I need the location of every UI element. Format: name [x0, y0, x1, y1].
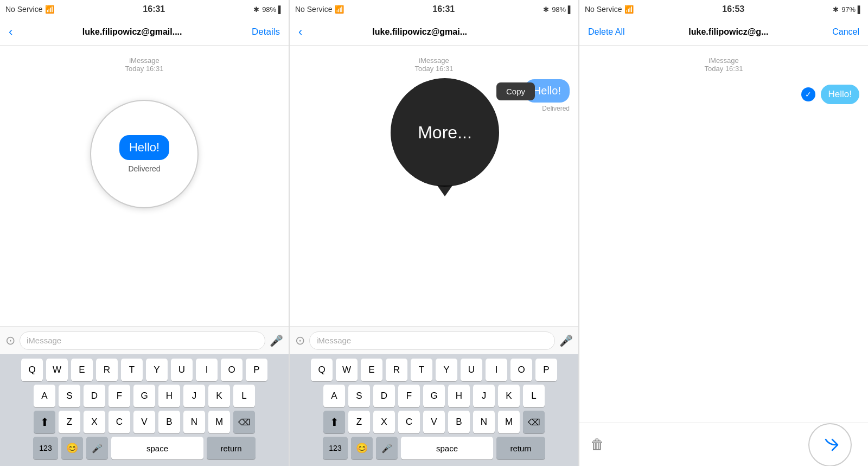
- key-f-2[interactable]: F: [398, 385, 420, 407]
- key-l-2[interactable]: L: [523, 385, 545, 407]
- key-h-1[interactable]: H: [158, 385, 180, 407]
- key-z-1[interactable]: Z: [59, 411, 80, 433]
- bluetooth-icon-3: ✱: [833, 5, 839, 14]
- key-w-2[interactable]: W: [336, 359, 358, 381]
- key-j-2[interactable]: J: [473, 385, 495, 407]
- key-e-1[interactable]: E: [71, 359, 93, 381]
- chevron-left-icon-2: ‹: [298, 25, 302, 39]
- key-return-2[interactable]: return: [496, 437, 545, 459]
- trash-icon-3[interactable]: 🗑: [590, 436, 604, 453]
- mic-icon-2[interactable]: 🎤: [559, 334, 573, 347]
- key-w-1[interactable]: W: [46, 359, 68, 381]
- key-emoji-2[interactable]: 😊: [351, 437, 373, 459]
- key-t-1[interactable]: T: [121, 359, 143, 381]
- wifi-icon-1: 📶: [45, 5, 54, 14]
- key-emoji-1[interactable]: 😊: [61, 437, 83, 459]
- key-c-1[interactable]: C: [108, 411, 130, 433]
- cancel-button-3[interactable]: Cancel: [832, 27, 859, 37]
- key-o-1[interactable]: O: [221, 359, 242, 381]
- checkmark-icon-3: ✓: [805, 90, 812, 99]
- key-shift-2[interactable]: ⬆: [323, 411, 345, 433]
- message-input-2[interactable]: iMessage: [309, 331, 555, 350]
- key-y-1[interactable]: Y: [146, 359, 168, 381]
- key-a-1[interactable]: A: [34, 385, 55, 407]
- key-q-2[interactable]: Q: [311, 359, 333, 381]
- key-i-1[interactable]: I: [196, 359, 218, 381]
- key-s-1[interactable]: S: [59, 385, 80, 407]
- key-shift-1[interactable]: ⬆: [34, 411, 55, 433]
- more-circle-2[interactable]: More...: [391, 78, 499, 187]
- key-r-1[interactable]: R: [96, 359, 118, 381]
- more-balloon-2: More...: [391, 78, 499, 187]
- keyboard-2: Q W E R T Y U I O P A S D F G H J K L ⬆ …: [290, 354, 578, 466]
- key-x-2[interactable]: X: [373, 411, 395, 433]
- key-a-2[interactable]: A: [323, 385, 345, 407]
- key-j-1[interactable]: J: [183, 385, 205, 407]
- key-123-1[interactable]: 123: [33, 437, 58, 459]
- key-space-1[interactable]: space: [111, 437, 203, 459]
- nav-bar-2: ‹ luke.filipowicz@gmai...: [290, 18, 578, 46]
- key-l-1[interactable]: L: [233, 385, 255, 407]
- key-m-2[interactable]: M: [498, 411, 520, 433]
- key-n-1[interactable]: N: [183, 411, 205, 433]
- more-label-2: More...: [418, 123, 472, 143]
- details-button-1[interactable]: Details: [252, 27, 280, 37]
- key-y-2[interactable]: Y: [436, 359, 457, 381]
- key-o-2[interactable]: O: [510, 359, 532, 381]
- key-mic-2[interactable]: 🎤: [376, 437, 398, 459]
- select-check-3[interactable]: ✓: [801, 87, 815, 101]
- key-x-1[interactable]: X: [84, 411, 105, 433]
- bubble-3[interactable]: Hello!: [821, 85, 859, 104]
- key-m-1[interactable]: M: [208, 411, 230, 433]
- key-g-1[interactable]: G: [133, 385, 155, 407]
- panel-2: No Service 📶 16:31 ✱ 98% ▌ ‹ luke.filipo…: [290, 0, 579, 466]
- copy-button-2[interactable]: Copy: [496, 82, 535, 100]
- context-menu-2: Copy: [496, 82, 535, 100]
- back-button-1[interactable]: ‹: [9, 25, 12, 39]
- spacer-3: [579, 242, 868, 423]
- key-p-2[interactable]: P: [535, 359, 557, 381]
- camera-icon-2[interactable]: ⊙: [295, 334, 305, 348]
- key-v-2[interactable]: V: [423, 411, 445, 433]
- key-p-1[interactable]: P: [246, 359, 267, 381]
- key-row-3-1: ⬆ Z X C V B N M ⌫: [2, 411, 286, 433]
- key-return-1[interactable]: return: [207, 437, 256, 459]
- key-f-1[interactable]: F: [108, 385, 130, 407]
- key-space-2[interactable]: space: [401, 437, 493, 459]
- key-i-2[interactable]: I: [486, 359, 507, 381]
- key-mic-1[interactable]: 🎤: [86, 437, 108, 459]
- key-n-2[interactable]: N: [473, 411, 495, 433]
- key-z-2[interactable]: Z: [348, 411, 370, 433]
- key-d-1[interactable]: D: [84, 385, 105, 407]
- key-delete-1[interactable]: ⌫: [233, 411, 255, 433]
- nav-title-2: luke.filipowicz@gmai...: [372, 27, 467, 37]
- key-u-1[interactable]: U: [171, 359, 193, 381]
- key-k-2[interactable]: K: [498, 385, 520, 407]
- key-k-1[interactable]: K: [208, 385, 230, 407]
- mic-icon-1[interactable]: 🎤: [270, 334, 283, 347]
- forward-circle-3[interactable]: [808, 423, 852, 467]
- status-left-3: No Service 📶: [585, 5, 634, 14]
- key-b-2[interactable]: B: [448, 411, 470, 433]
- key-t-2[interactable]: T: [411, 359, 432, 381]
- key-g-2[interactable]: G: [423, 385, 445, 407]
- delete-all-button-3[interactable]: Delete All: [588, 27, 625, 37]
- key-123-2[interactable]: 123: [323, 437, 348, 459]
- key-s-2[interactable]: S: [348, 385, 370, 407]
- key-v-1[interactable]: V: [133, 411, 155, 433]
- key-u-2[interactable]: U: [461, 359, 482, 381]
- status-right-3: ✱ 97% ▌: [833, 5, 863, 14]
- input-bar-2: ⊙ iMessage 🎤: [290, 326, 578, 354]
- key-r-2[interactable]: R: [386, 359, 407, 381]
- camera-icon-1[interactable]: ⊙: [5, 334, 15, 348]
- back-button-2[interactable]: ‹: [298, 25, 302, 39]
- key-h-2[interactable]: H: [448, 385, 470, 407]
- battery-label-3: 97% ▌: [841, 5, 863, 14]
- key-d-2[interactable]: D: [373, 385, 395, 407]
- key-c-2[interactable]: C: [398, 411, 420, 433]
- key-q-1[interactable]: Q: [21, 359, 43, 381]
- key-delete-2[interactable]: ⌫: [523, 411, 545, 433]
- key-e-2[interactable]: E: [361, 359, 382, 381]
- key-b-1[interactable]: B: [158, 411, 180, 433]
- message-input-1[interactable]: iMessage: [20, 331, 265, 350]
